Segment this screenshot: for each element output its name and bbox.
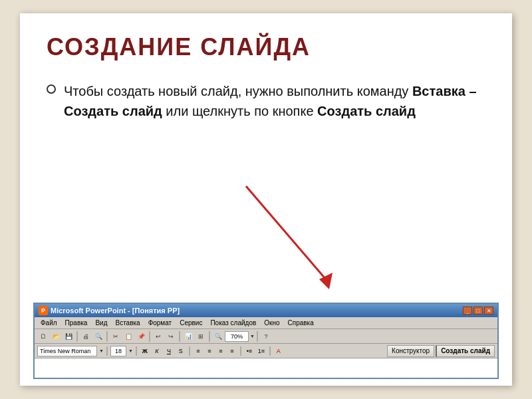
minimize-button[interactable]: _ [463,307,472,315]
konstruktor-button[interactable]: Конструктор [387,345,434,357]
separator-3 [149,331,150,342]
bullet-text-part2: или щелкнуть по кнопке [162,104,317,118]
ppt-toolbar: 🗋 📂 💾 🖨 🔍 ✂ 📋 📌 ↩ ↪ 📊 ⊞ 🔍 70% ▼ ? [35,329,497,344]
font-color-btn[interactable]: A [273,346,284,356]
strikethrough-button[interactable]: S [176,346,186,356]
format-sep-2 [136,346,137,356]
copy-btn[interactable]: 📋 [122,331,134,342]
separator-5 [209,331,210,342]
ppt-titlebar: P Microsoft PowerPoint - [Понятия РР] _ … [35,304,497,317]
separator-2 [106,331,108,342]
menu-help[interactable]: Справка [285,319,317,327]
separator-4 [179,331,180,342]
menu-file[interactable]: Файл [37,319,61,327]
bold-button[interactable]: Ж [140,346,150,356]
separator-6 [257,331,258,342]
arrow-graphic [206,180,352,299]
print-btn[interactable]: 🖨 [80,331,92,342]
zoom-dropdown-arrow[interactable]: ▼ [250,334,255,338]
redo-btn[interactable]: ↪ [165,331,177,342]
bullet-bold-2: Создать слайд [317,104,416,118]
bullet-text-part1: Чтобы создать новый слайд, нужно выполни… [64,84,412,98]
menu-format[interactable]: Формат [145,319,176,327]
font-name-display[interactable]: Times New Roman [37,346,97,356]
paste-btn[interactable]: 📌 [135,331,147,342]
ppt-formatbar: Times New Roman ▼ 18 ▼ Ж К Ч S ≡ ≡ ≡ ≡ •… [35,344,497,358]
list-btn[interactable]: •≡ [244,346,255,356]
menu-view[interactable]: Вид [92,319,110,327]
maximize-button[interactable]: □ [473,307,483,315]
cut-btn[interactable]: ✂ [110,331,122,342]
open-btn[interactable]: 📂 [50,331,62,342]
align-justify-btn[interactable]: ≡ [227,346,237,356]
font-name-dropdown[interactable]: ▼ [99,348,104,353]
format-sep-5 [269,346,271,356]
ppt-window-controls: _ □ ✕ [463,307,493,315]
format-sep-3 [189,346,190,356]
zoom-out-btn[interactable]: 🔍 [212,331,224,342]
new-btn[interactable]: 🗋 [37,331,49,342]
zoom-display[interactable]: 70% [225,331,249,342]
table-btn[interactable]: ⊞ [195,331,207,342]
create-slide-button[interactable]: Создать слайд [436,345,495,357]
format-sep-4 [240,346,241,356]
svg-line-0 [246,186,326,279]
ppt-window: P Microsoft PowerPoint - [Понятия РР] _ … [33,303,499,379]
undo-btn[interactable]: ↩ [152,331,164,342]
menu-edit[interactable]: Правка [62,319,91,327]
menu-slideshow[interactable]: Показ слайдов [207,319,259,327]
menu-insert[interactable]: Вставка [112,319,143,327]
underline-button[interactable]: Ч [164,346,174,356]
close-button[interactable]: ✕ [484,307,493,315]
separator-1 [76,331,78,342]
italic-button[interactable]: К [152,346,162,356]
ppt-titlebar-text: Microsoft PowerPoint - [Понятия РР] [51,307,180,315]
save-btn[interactable]: 💾 [63,331,74,342]
menu-service[interactable]: Сервис [176,319,205,327]
ppt-app-icon: P [39,306,48,315]
numbered-list-btn[interactable]: 1≡ [256,346,267,356]
align-right-btn[interactable]: ≡ [215,346,226,356]
align-left-btn[interactable]: ≡ [193,346,203,356]
align-group: ≡ ≡ ≡ ≡ [193,346,237,356]
slide-title: СОЗДАНИЕ СЛАЙДА [47,33,485,61]
menu-window[interactable]: Окно [261,319,283,327]
chart-btn[interactable]: 📊 [182,331,194,342]
format-sep-1 [106,346,108,356]
help-btn[interactable]: ? [260,331,272,342]
align-center-btn[interactable]: ≡ [204,346,215,356]
bullet-text: Чтобы создать новый слайд, нужно выполни… [64,81,485,121]
font-size-display[interactable]: 18 [110,346,126,356]
slide: СОЗДАНИЕ СЛАЙДА Чтобы создать новый слай… [20,13,512,386]
ppt-menubar: Файл Правка Вид Вставка Формат Сервис По… [35,317,497,329]
preview-btn[interactable]: 🔍 [92,331,104,342]
bullet-item: Чтобы создать новый слайд, нужно выполни… [47,81,485,121]
font-size-dropdown[interactable]: ▼ [128,348,133,353]
bullet-circle [47,84,56,94]
